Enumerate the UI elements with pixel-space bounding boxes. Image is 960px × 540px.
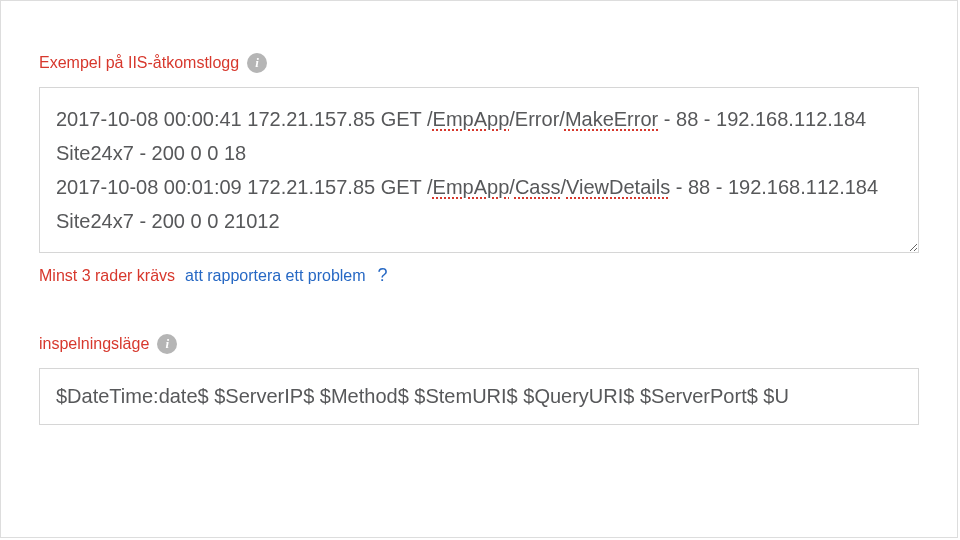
- help-icon[interactable]: ?: [378, 265, 388, 286]
- pattern-label: inspelningsläge: [39, 335, 149, 353]
- access-log-textarea-wrap: 2017-10-08 00:00:41 172.21.157.85 GET /E…: [39, 87, 919, 253]
- log-text: /Error/: [509, 108, 565, 130]
- access-log-textarea[interactable]: 2017-10-08 00:00:41 172.21.157.85 GET /E…: [39, 87, 919, 253]
- info-icon[interactable]: i: [247, 53, 267, 73]
- report-problem-link[interactable]: att rapportera ett problem: [185, 267, 366, 285]
- validation-message: Minst 3 rader krävs: [39, 267, 175, 285]
- access-log-label-row: Exempel på IIS-åtkomstlogg i: [39, 53, 919, 73]
- log-text: Cass: [515, 176, 561, 198]
- log-text: EmpApp: [433, 176, 510, 198]
- access-log-label: Exempel på IIS-åtkomstlogg: [39, 54, 239, 72]
- form-panel: Exempel på IIS-åtkomstlogg i 2017-10-08 …: [0, 0, 958, 538]
- log-text: EmpApp: [433, 108, 510, 130]
- log-text: 2017-10-08 00:00:41 172.21.157.85 GET /: [56, 108, 433, 130]
- info-icon[interactable]: i: [157, 334, 177, 354]
- log-text: 2017-10-08 00:01:09 172.21.157.85 GET /: [56, 176, 433, 198]
- pattern-input[interactable]: [39, 368, 919, 425]
- log-text: MakeError: [565, 108, 658, 130]
- log-text: ViewDetails: [566, 176, 670, 198]
- validation-row: Minst 3 rader krävs att rapportera ett p…: [39, 265, 919, 286]
- pattern-label-row: inspelningsläge i: [39, 334, 919, 354]
